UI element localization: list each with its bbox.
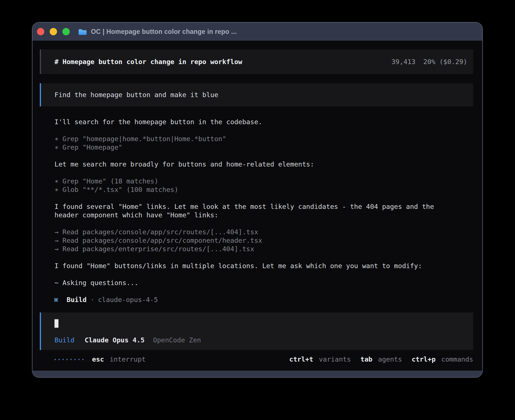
spinner-dot	[66, 359, 68, 360]
spinner-dot	[82, 359, 84, 360]
model-name-label[interactable]: Claude Opus 4.5	[85, 336, 145, 344]
prompt-input-line[interactable]	[54, 319, 466, 328]
shortcut-interrupt: escinterrupt	[92, 355, 146, 364]
shortcut-agents: tabagents	[361, 355, 402, 364]
shortcut-key: tab	[361, 355, 372, 363]
text-cursor	[54, 319, 58, 328]
shortcut-label: interrupt	[110, 355, 145, 363]
shortcut-commands: ctrl+pcommands	[412, 355, 473, 364]
assistant-text: Let me search more broadly for buttons a…	[54, 160, 473, 169]
assistant-text: ~ Asking questions...	[54, 279, 473, 287]
tool-call-group: ∗ Grep "Home" (18 matches)∗ Glob "**/*.t…	[54, 177, 473, 194]
tool-call-line: ∗ Grep "Home" (18 matches)	[54, 177, 473, 185]
spinner-dot	[78, 359, 80, 360]
session-title: # Homepage button color change in repo w…	[54, 58, 242, 66]
tool-call-group: → Read packages/console/app/src/routes/[…	[54, 228, 473, 253]
text-line: I found "Home" buttons/links in multiple…	[54, 262, 473, 270]
build-agent-icon-inner	[55, 299, 57, 301]
shortcut-label: variants	[319, 355, 351, 363]
text-line: header component which have "Home" links…	[54, 211, 473, 219]
agent-separator: ·	[90, 296, 94, 304]
tool-call-line: ∗ Grep "homepage|home.*button|Home.*butt…	[54, 135, 473, 143]
agent-model-id: claude-opus-4-5	[98, 296, 158, 304]
spinner-dots	[54, 359, 84, 360]
tool-call-line: → Read packages/console/app/src/componen…	[54, 236, 473, 245]
prompt-input[interactable]: Build Claude Opus 4.5 OpenCode Zen	[40, 312, 473, 350]
status-bar-left: escinterrupt	[54, 355, 146, 364]
tool-call-line: → Read packages/console/app/src/routes/[…	[54, 228, 473, 236]
tool-call-group: ∗ Grep "homepage|home.*button|Home.*butt…	[54, 135, 473, 152]
terminal-content[interactable]: # Homepage button color change in repo w…	[32, 41, 482, 371]
tool-call-line: → Read packages/enterprise/src/routes/[.…	[54, 245, 473, 253]
zoom-button[interactable]	[62, 28, 70, 35]
spinner-dot	[74, 359, 76, 360]
window-titlebar[interactable]: OC | Homepage button color change in rep…	[32, 23, 482, 41]
user-message: Find the homepage button and make it blu…	[40, 83, 473, 106]
user-message-text: Find the homepage button and make it blu…	[54, 91, 218, 99]
window-title: OC | Homepage button color change in rep…	[91, 28, 237, 36]
provider-label: OpenCode Zen	[153, 336, 201, 344]
assistant-text: I found several "Home" links. Let me loo…	[54, 202, 473, 219]
spinner-dot	[62, 359, 64, 360]
status-bar-right: ctrl+tvariants tabagents ctrl+pcommands	[289, 355, 473, 364]
build-agent-icon	[54, 298, 58, 302]
spinner-dot	[58, 359, 60, 360]
window-bottom-edge	[32, 371, 482, 377]
shortcut-key: ctrl+t	[289, 355, 313, 363]
session-stats: 39,413 20% ($0.29)	[391, 58, 467, 66]
conversation: I'll search for the homepage button in t…	[40, 118, 473, 287]
text-line: I found several "Home" links. Let me loo…	[54, 202, 473, 211]
text-line: I'll search for the homepage button in t…	[54, 118, 473, 126]
token-count: 39,413	[391, 58, 415, 66]
minimize-button[interactable]	[50, 28, 57, 35]
shortcut-label: commands	[441, 355, 473, 363]
spinner-dot	[54, 359, 56, 360]
assistant-text: I'll search for the homepage button in t…	[54, 118, 473, 126]
session-header: # Homepage button color change in repo w…	[40, 49, 473, 74]
text-line: Let me search more broadly for buttons a…	[54, 160, 473, 169]
tool-call-line: ∗ Grep "Homepage"	[54, 143, 473, 152]
status-bar: escinterrupt ctrl+tvariants tabagents ct…	[40, 355, 473, 364]
agent-name: Build	[67, 296, 87, 304]
close-button[interactable]	[37, 28, 44, 35]
assistant-text: I found "Home" buttons/links in multiple…	[54, 262, 473, 270]
model-info-line: Build Claude Opus 4.5 OpenCode Zen	[54, 336, 466, 344]
shortcut-variants: ctrl+tvariants	[289, 355, 351, 364]
shortcut-label: agents	[378, 355, 402, 363]
agent-mode-label[interactable]: Build	[54, 336, 75, 344]
context-percent-cost: 20% ($0.29)	[423, 58, 467, 66]
traffic-lights	[37, 28, 70, 35]
terminal-window: OC | Homepage button color change in rep…	[32, 22, 483, 378]
folder-icon	[78, 28, 87, 35]
shortcut-key: ctrl+p	[412, 355, 436, 363]
shortcut-key: esc	[92, 355, 104, 363]
spinner-dot	[70, 359, 72, 360]
tool-call-line: ∗ Glob "**/*.tsx" (100 matches)	[54, 185, 473, 194]
text-line: ~ Asking questions...	[54, 279, 473, 287]
agent-status-row: Build · claude-opus-4-5	[40, 296, 473, 304]
